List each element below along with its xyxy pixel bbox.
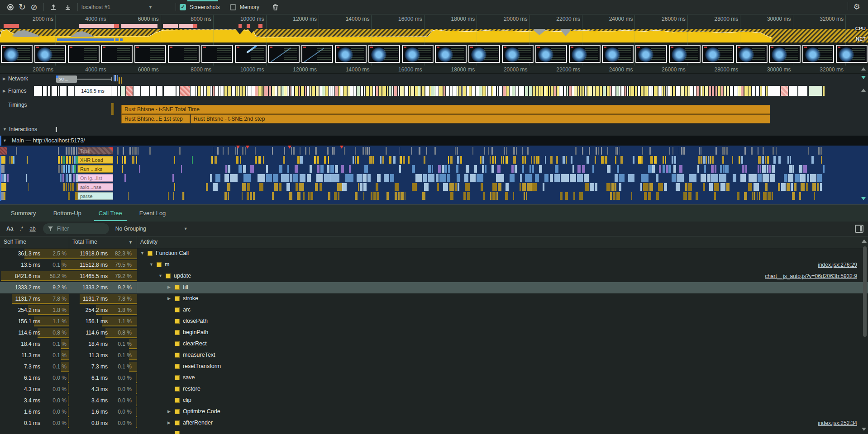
table-row[interactable]: 6.1 ms0.0 %6.1 ms0.0 %save [0, 373, 868, 384]
frame-segment[interactable] [118, 86, 120, 96]
flame-event[interactable] [444, 165, 447, 173]
flame-event[interactable] [466, 165, 469, 173]
frame-segment[interactable] [236, 86, 238, 96]
flame-event[interactable] [362, 147, 362, 155]
flame-event[interactable] [384, 174, 389, 182]
flame-event[interactable] [179, 147, 181, 155]
flame-event[interactable] [369, 156, 372, 164]
frame-segment[interactable] [364, 86, 366, 96]
flame-event[interactable] [688, 192, 692, 200]
flame-event[interactable] [284, 147, 285, 155]
frame-segment[interactable] [627, 86, 628, 96]
flame-event[interactable] [677, 174, 684, 182]
flame-event[interactable] [817, 174, 822, 182]
flame-event[interactable] [703, 183, 706, 191]
frame-segment[interactable] [376, 86, 378, 96]
flame-event[interactable] [320, 165, 324, 173]
flame-event[interactable] [411, 147, 412, 155]
screenshot-thumbnail[interactable] [769, 45, 801, 63]
flame-event[interactable] [211, 156, 213, 164]
frame-segment[interactable] [572, 86, 574, 96]
flame-event[interactable] [628, 174, 634, 182]
flame-event[interactable] [778, 156, 780, 164]
frame-segment[interactable] [666, 86, 667, 96]
frame-segment[interactable] [519, 86, 522, 96]
screenshot-thumbnail[interactable] [669, 45, 701, 63]
flame-event[interactable] [807, 174, 809, 182]
table-row[interactable]: 1333.2 ms9.2 %1333.2 ms9.2 %▶fill [0, 282, 868, 293]
frame-segment[interactable] [301, 86, 304, 96]
flame-event[interactable] [590, 183, 594, 191]
flame-event[interactable] [672, 147, 673, 155]
flame-event[interactable] [338, 192, 339, 200]
flame-event[interactable] [450, 192, 453, 200]
flame-event[interactable] [772, 165, 775, 173]
flame-event[interactable] [449, 183, 455, 191]
flame-event[interactable] [649, 147, 651, 155]
frame-segment[interactable] [658, 86, 662, 96]
flame-event[interactable] [573, 192, 575, 200]
flame-event[interactable] [672, 156, 674, 164]
flame-event[interactable] [463, 192, 466, 200]
flame-event[interactable] [460, 156, 462, 164]
flame-event[interactable] [66, 156, 68, 164]
frame-segment[interactable] [382, 86, 386, 96]
flame-event[interactable] [355, 147, 356, 155]
flame-event[interactable] [762, 165, 766, 173]
match-whole-word-button[interactable]: ab [29, 226, 35, 232]
flame-labeled-event[interactable]: Task [78, 147, 113, 155]
frame-segment[interactable] [316, 86, 319, 96]
flame-event[interactable] [365, 147, 367, 155]
flame-event[interactable] [641, 174, 649, 182]
flame-event[interactable] [66, 183, 67, 191]
frame-segment[interactable] [569, 86, 571, 96]
flame-event[interactable] [210, 174, 212, 182]
flame-event[interactable] [498, 183, 501, 191]
flame-event[interactable] [335, 165, 338, 173]
flame-event[interactable] [516, 147, 517, 155]
flame-event[interactable] [654, 156, 657, 164]
flame-event[interactable] [299, 183, 304, 191]
flame-event[interactable] [579, 192, 583, 200]
flame-event[interactable] [596, 147, 597, 155]
tab-summary[interactable]: Summary [5, 205, 43, 222]
table-row[interactable]: 1.6 ms0.0 %1.6 ms0.0 %▶Optimize Code [0, 406, 868, 418]
flame-event[interactable] [393, 156, 396, 164]
flame-event[interactable] [714, 183, 719, 191]
frame-segment[interactable] [506, 86, 509, 96]
frame-segment[interactable] [462, 86, 463, 96]
flame-event[interactable] [617, 165, 619, 173]
screenshot-thumbnail[interactable] [34, 45, 66, 63]
flame-event[interactable] [732, 156, 733, 164]
frame-segment[interactable] [290, 86, 291, 96]
flame-event[interactable] [289, 192, 292, 200]
flame-event[interactable] [664, 183, 667, 191]
flame-event[interactable] [283, 156, 285, 164]
flame-event[interactable] [699, 147, 700, 155]
record-icon[interactable] [5, 2, 16, 13]
flame-event[interactable] [633, 156, 634, 164]
flame-event[interactable] [801, 183, 805, 191]
table-scroll-down-icon[interactable] [862, 428, 866, 431]
flame-event[interactable] [310, 192, 313, 200]
frame-segment[interactable] [310, 86, 311, 96]
flame-event[interactable] [266, 165, 267, 173]
flame-event[interactable] [223, 147, 224, 155]
frame-segment[interactable] [176, 86, 179, 96]
frame-segment[interactable] [425, 86, 429, 96]
flame-event[interactable] [253, 192, 255, 200]
chevron-right-icon[interactable]: ▶ [167, 420, 175, 425]
frame-segment[interactable] [450, 86, 453, 96]
flame-event[interactable] [526, 192, 527, 200]
screenshot-thumbnail[interactable] [602, 45, 634, 63]
timing-bar-step2[interactable]: Rust Bhtsne - t-SNE 2nd step [191, 114, 770, 123]
flame-event[interactable] [224, 174, 229, 182]
flame-event[interactable] [765, 183, 767, 191]
frame-segment[interactable] [398, 86, 400, 96]
flame-event[interactable] [73, 147, 75, 155]
flame-event[interactable] [482, 156, 484, 164]
frame-segment[interactable] [721, 86, 723, 96]
flame-event[interactable] [314, 156, 316, 164]
frame-segment[interactable] [574, 86, 577, 96]
flame-event[interactable] [363, 192, 364, 200]
